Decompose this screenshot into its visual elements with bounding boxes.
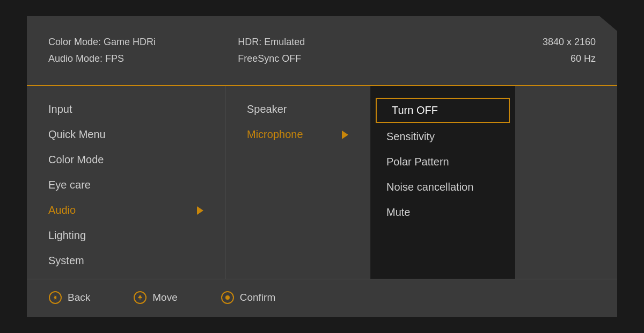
sub-menu-item-speaker[interactable]: Speaker: [225, 97, 370, 122]
menu-item-eye-care[interactable]: Eye care: [27, 172, 225, 198]
svg-point-7: [225, 295, 230, 300]
audio-arrow-icon: [197, 206, 203, 215]
menu-item-audio-label: Audio: [48, 204, 76, 216]
footer-move-label: Move: [152, 292, 177, 303]
option-noise-cancellation[interactable]: Noise cancellation: [370, 175, 515, 200]
menu-item-eye-care-label: Eye care: [48, 179, 91, 191]
resolution-label: 3840 x 2160: [417, 34, 596, 50]
option-sensitivity-label: Sensitivity: [386, 131, 435, 142]
back-joystick-icon: [48, 291, 62, 305]
sub-menu-column: Speaker Microphone: [225, 86, 370, 279]
sub-menu-item-speaker-label: Speaker: [247, 103, 287, 115]
footer-bar: Back Move Confirm: [27, 279, 617, 316]
footer-confirm-label: Confirm: [240, 292, 276, 303]
footer-back-label: Back: [68, 292, 90, 303]
menu-item-quick-menu[interactable]: Quick Menu: [27, 122, 225, 147]
menu-item-lighting-label: Lighting: [48, 229, 86, 242]
status-bar: Color Mode: Game HDRi Audio Mode: FPS HD…: [27, 16, 617, 86]
menu-item-system[interactable]: System: [27, 248, 225, 273]
status-right: 3840 x 2160 60 Hz: [417, 34, 596, 67]
footer-back[interactable]: Back: [48, 291, 90, 305]
option-mute-label: Mute: [386, 206, 410, 218]
option-mute[interactable]: Mute: [370, 200, 515, 225]
confirm-joystick-icon: [221, 291, 235, 305]
refresh-rate-label: 60 Hz: [417, 50, 596, 67]
option-turn-off[interactable]: Turn OFF: [376, 98, 510, 123]
svg-marker-5: [138, 297, 142, 300]
main-content: Input Quick Menu Color Mode Eye care Aud…: [27, 86, 617, 279]
menu-item-input[interactable]: Input: [27, 97, 225, 122]
menu-item-color-mode-label: Color Mode: [48, 154, 104, 166]
monitor-frame: Color Mode: Game HDRi Audio Mode: FPS HD…: [27, 16, 617, 317]
option-noise-cancellation-label: Noise cancellation: [386, 181, 473, 193]
move-joystick-icon: [133, 291, 147, 305]
option-polar-pattern[interactable]: Polar Pattern: [370, 149, 515, 175]
menu-item-lighting[interactable]: Lighting: [27, 223, 225, 248]
microphone-arrow-icon: [342, 131, 348, 139]
sub-menu-item-microphone-label: Microphone: [247, 128, 303, 141]
menu-item-color-mode[interactable]: Color Mode: [27, 147, 225, 172]
option-turn-off-label: Turn OFF: [392, 104, 438, 116]
color-mode-label: Color Mode: Game HDRi: [48, 34, 227, 50]
menu-item-system-label: System: [48, 255, 84, 267]
status-left: Color Mode: Game HDRi Audio Mode: FPS: [48, 34, 227, 67]
main-menu-column: Input Quick Menu Color Mode Eye care Aud…: [27, 86, 225, 279]
footer-confirm[interactable]: Confirm: [221, 291, 276, 305]
status-center: HDR: Emulated FreeSync OFF: [227, 34, 416, 67]
menu-item-audio[interactable]: Audio: [27, 198, 225, 223]
menu-item-input-label: Input: [48, 103, 72, 115]
sub-menu-item-microphone[interactable]: Microphone: [225, 122, 370, 147]
option-sensitivity[interactable]: Sensitivity: [370, 124, 515, 149]
audio-mode-label: Audio Mode: FPS: [48, 50, 227, 67]
menu-item-quick-menu-label: Quick Menu: [48, 128, 106, 141]
options-column: Turn OFF Sensitivity Polar Pattern Noise…: [370, 86, 515, 279]
freesync-label: FreeSync OFF: [238, 50, 416, 67]
option-polar-pattern-label: Polar Pattern: [386, 156, 449, 168]
hdr-label: HDR: Emulated: [238, 34, 416, 50]
footer-move[interactable]: Move: [133, 291, 177, 305]
